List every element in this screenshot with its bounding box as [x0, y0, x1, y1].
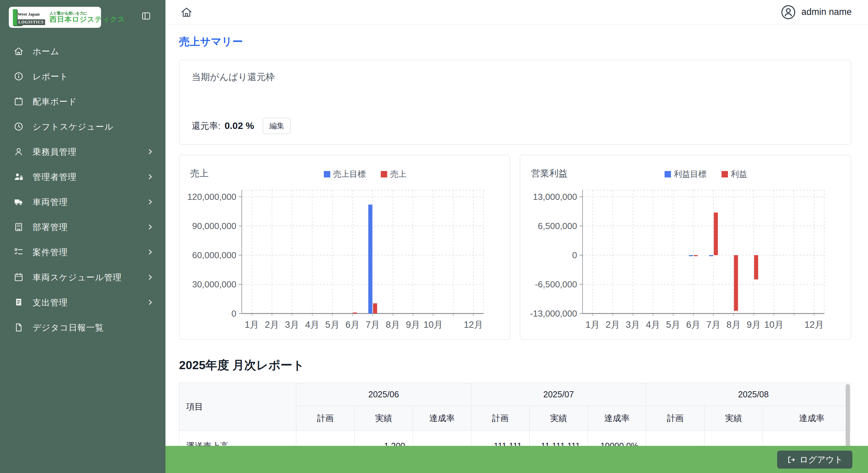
sales-chart: 120,000,00090,000,00060,000,00030,000,00… [179, 155, 511, 340]
sidebar-item-admin[interactable]: 管理者管理 [0, 164, 165, 189]
svg-text:6,500,000: 6,500,000 [538, 221, 577, 231]
sidebar-item-file[interactable]: デジタコ日報一覧 [0, 315, 165, 340]
logo-l-mark: West Japan LOGISTICS [12, 8, 48, 26]
svg-text:12月: 12月 [805, 320, 824, 330]
footer-bar: ログアウト [165, 446, 868, 473]
sidebar-collapse-button[interactable] [141, 11, 151, 21]
legend-item[interactable]: 売上目標 [324, 169, 366, 179]
panel-collapse-icon [141, 11, 151, 21]
sidebar-item-tasks[interactable]: 案件管理 [0, 240, 165, 265]
svg-text:10月: 10月 [423, 320, 443, 330]
user-menu[interactable]: admin name [781, 5, 852, 20]
rate-value: 0.02 % [224, 120, 254, 131]
edit-rate-button[interactable]: 編集 [263, 118, 291, 134]
svg-text:2月: 2月 [606, 320, 620, 330]
sales-chart-legend: 売上目標売上 [200, 169, 530, 179]
receipt-icon [14, 297, 24, 307]
legend-item[interactable]: 利益 [722, 169, 747, 179]
svg-text:8月: 8月 [386, 320, 400, 330]
col-subheader: 計画 [471, 406, 530, 431]
logout-label: ログアウト [800, 454, 843, 465]
svg-text:10月: 10月 [764, 320, 784, 330]
sidebar-item-label: 乗務員管理 [33, 146, 77, 157]
svg-text:4月: 4月 [646, 320, 660, 330]
page-title: 売上サマリー [179, 35, 851, 49]
legend-swatch [665, 171, 671, 177]
logout-button[interactable]: ログアウト [777, 451, 852, 469]
info-icon [14, 71, 24, 81]
svg-text:5月: 5月 [325, 320, 339, 330]
svg-text:4月: 4月 [305, 320, 319, 330]
company-logo[interactable]: West Japan LOGISTICS 人と繋がる想いを力に 西日本ロジスティ… [9, 7, 101, 28]
topbar: admin name [165, 0, 868, 24]
chevron-right-icon [146, 223, 154, 231]
sidebar-item-info[interactable]: レポート [0, 64, 165, 89]
col-header-month: 2025/07 [471, 383, 646, 406]
sidebar-item-truck[interactable]: 車両管理 [0, 189, 165, 214]
reward-card-title: 当期がんばり還元枠 [192, 71, 839, 83]
col-subheader: 実績 [530, 406, 588, 431]
col-subheader: 達成率 [413, 406, 471, 431]
svg-text:7月: 7月 [706, 320, 721, 330]
legend-swatch [381, 171, 387, 177]
admin-icon [14, 172, 24, 182]
sidebar-item-label: 管理者管理 [33, 171, 77, 183]
home-icon [180, 6, 193, 18]
svg-text:0: 0 [572, 250, 577, 260]
svg-text:9月: 9月 [747, 320, 761, 330]
sidebar: West Japan LOGISTICS 人と繋がる想いを力に 西日本ロジスティ… [0, 0, 165, 473]
svg-text:-6,500,000: -6,500,000 [535, 279, 577, 289]
sidebar-item-schedule[interactable]: 車両スケジュール管理 [0, 265, 165, 290]
svg-text:8月: 8月 [727, 320, 741, 330]
sidebar-item-building[interactable]: 部署管理 [0, 214, 165, 240]
logout-icon [787, 455, 795, 464]
legend-label: 利益 [731, 169, 747, 179]
legend-label: 利益目標 [674, 169, 707, 179]
sidebar-item-user[interactable]: 乗務員管理 [0, 139, 165, 164]
report-title: 2025年度 月次レポート [179, 357, 851, 373]
file-icon [14, 322, 24, 333]
sidebar-item-label: シフトスケジュール [33, 121, 114, 132]
charts-row: 120,000,00090,000,00060,000,00030,000,00… [179, 155, 851, 340]
chevron-right-icon [146, 273, 154, 281]
col-subheader: 実績 [355, 406, 413, 431]
sidebar-item-label: 配車ボード [33, 96, 77, 107]
schedule-icon [14, 272, 24, 282]
svg-text:6月: 6月 [686, 320, 701, 330]
svg-text:1月: 1月 [245, 320, 259, 330]
svg-text:60,000,000: 60,000,000 [192, 250, 236, 260]
sidebar-item-label: レポート [33, 71, 68, 82]
sidebar-item-clock[interactable]: シフトスケジュール [0, 114, 165, 139]
svg-text:2月: 2月 [265, 320, 279, 330]
home-button[interactable] [180, 6, 193, 18]
sidebar-header: West Japan LOGISTICS 人と繋がる想いを力に 西日本ロジスティ… [0, 0, 165, 35]
svg-text:9月: 9月 [406, 320, 420, 330]
svg-text:13,000,000: 13,000,000 [533, 192, 577, 202]
building-icon [14, 222, 24, 232]
legend-label: 売上 [390, 169, 407, 179]
sidebar-item-home[interactable]: ホーム [0, 39, 165, 64]
rate-label: 還元率: [192, 120, 220, 132]
legend-label: 売上目標 [333, 169, 366, 179]
logo-tagline: 人と繋がる想いを力に [50, 11, 125, 16]
svg-text:0: 0 [232, 308, 236, 319]
legend-item[interactable]: 利益目標 [665, 169, 707, 179]
clock-icon [14, 121, 24, 132]
svg-text:7月: 7月 [366, 320, 380, 330]
user-name: admin name [801, 7, 852, 17]
svg-text:3月: 3月 [626, 320, 640, 330]
sidebar-item-receipt[interactable]: 支出管理 [0, 290, 165, 315]
user-avatar-icon [781, 5, 796, 20]
profit-chart-legend: 利益目標利益 [540, 169, 868, 179]
legend-item[interactable]: 売上 [381, 169, 407, 179]
svg-text:12月: 12月 [464, 320, 483, 330]
col-subheader: 達成率 [763, 406, 851, 431]
col-subheader: 計画 [646, 406, 705, 431]
sidebar-item-label: ホーム [33, 46, 59, 57]
truck-icon [14, 197, 24, 207]
svg-text:3月: 3月 [285, 320, 299, 330]
profit-chart-card: 13,000,0006,500,0000-6,500,000-13,000,00… [520, 155, 851, 340]
svg-text:1月: 1月 [586, 320, 600, 330]
svg-text:30,000,000: 30,000,000 [192, 279, 236, 289]
sidebar-item-calendar[interactable]: 配車ボード [0, 89, 165, 114]
